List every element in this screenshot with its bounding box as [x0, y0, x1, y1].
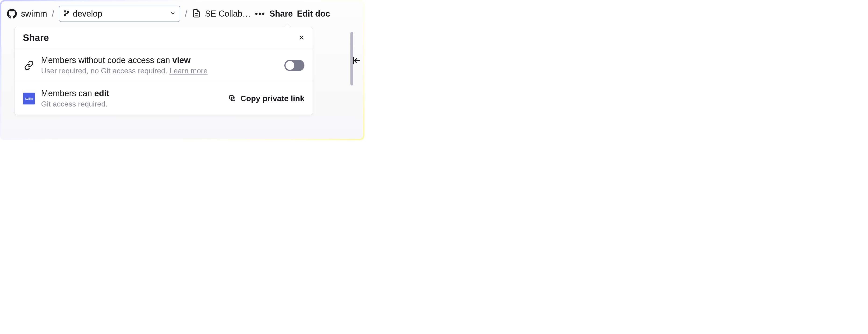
- breadcrumb-separator: /: [185, 9, 187, 19]
- share-row-edit: swim Members can edit Git access require…: [14, 82, 313, 115]
- svg-point-2: [67, 11, 69, 12]
- edit-doc-button[interactable]: Edit doc: [297, 9, 330, 19]
- copy-link-label: Copy private link: [241, 94, 304, 103]
- copy-private-link-button[interactable]: Copy private link: [228, 94, 304, 103]
- repo-name[interactable]: swimm: [21, 9, 47, 19]
- view-permission-title: Members without code access can view: [41, 55, 278, 65]
- more-menu-icon[interactable]: •••: [255, 9, 265, 18]
- swimm-logo-icon: swim: [23, 92, 35, 104]
- svg-point-1: [64, 14, 66, 16]
- svg-point-0: [64, 11, 66, 12]
- view-permission-subtitle: User required, no Git access required. L…: [41, 67, 278, 75]
- git-branch-icon: [63, 10, 69, 17]
- copy-icon: [228, 94, 236, 103]
- edit-permission-title: Members can edit: [41, 89, 222, 98]
- popover-header: Share ✕: [14, 27, 313, 49]
- branch-name: develop: [73, 9, 167, 19]
- breadcrumb-separator: /: [52, 9, 54, 19]
- share-row-view: Members without code access can view Use…: [14, 49, 313, 82]
- share-popover: Share ✕ Members without code access can …: [14, 27, 313, 115]
- document-title[interactable]: SE Collab…: [205, 9, 251, 19]
- edit-permission-subtitle: Git access required.: [41, 100, 222, 109]
- topbar: swimm / develop / SE Collab… ••• Share E…: [7, 6, 358, 22]
- branch-selector[interactable]: develop: [59, 6, 180, 22]
- github-icon: [7, 9, 17, 19]
- popover-title: Share: [23, 32, 49, 43]
- collapse-sidebar-icon[interactable]: [350, 54, 363, 67]
- view-permission-toggle[interactable]: [284, 60, 304, 71]
- document-icon: [192, 9, 201, 19]
- close-icon[interactable]: ✕: [299, 34, 304, 41]
- link-icon: [23, 60, 35, 70]
- learn-more-link[interactable]: Learn more: [169, 67, 208, 75]
- share-button[interactable]: Share: [270, 9, 293, 19]
- chevron-down-icon: [170, 10, 176, 17]
